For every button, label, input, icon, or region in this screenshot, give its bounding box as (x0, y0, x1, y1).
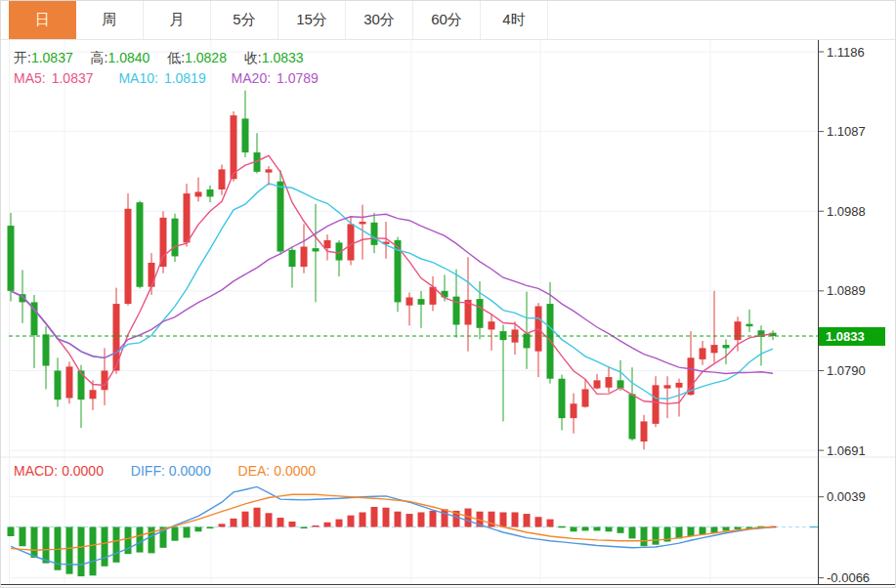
high-label: 高: (91, 50, 108, 65)
ma5-value: 1.0837 (52, 70, 94, 86)
macd-label: MACD: (14, 463, 58, 479)
tab-30min[interactable]: 30分 (346, 1, 413, 39)
current-price-tag: 1.0833 (819, 327, 885, 346)
macd-legend: MACD:0.0000 DIFF:0.0000 DEA:0.0000 (14, 463, 320, 479)
candlestick-and-macd-chart[interactable]: 1.11861.10871.09881.08891.07901.06910.00… (1, 40, 896, 588)
ma10-label: MA10: (118, 70, 157, 86)
macd-axis-tick: -0.0066 (827, 570, 870, 585)
macd-axis-tick: 0.0039 (827, 489, 866, 504)
price-axis-tick: 1.0889 (827, 283, 866, 298)
price-axis-tick: 1.0988 (827, 204, 866, 219)
ma20-label: MA20: (232, 70, 271, 86)
low-value: 1.0828 (185, 50, 227, 65)
trading-chart-app: 日周月5分15分30分60分4时 1.11861.10871.09881.088… (0, 0, 896, 588)
chart-area[interactable]: 1.11861.10871.09881.08891.07901.06910.00… (1, 40, 896, 588)
high-value: 1.0840 (108, 50, 150, 65)
price-axis-tick: 1.1087 (827, 124, 866, 139)
ohlc-readout: 开:1.0837 高:1.0840 低:1.0828 收:1.0833 (14, 50, 318, 67)
macd-histogram (8, 507, 777, 576)
tab-5min[interactable]: 5分 (211, 1, 278, 39)
macd-value: 0.0000 (62, 463, 104, 479)
tab-month[interactable]: 月 (144, 1, 211, 39)
open-value: 1.0837 (31, 50, 73, 65)
candlesticks (8, 91, 777, 450)
price-axis-tick: 1.0691 (827, 443, 866, 458)
ma20-value: 1.0789 (277, 70, 319, 86)
dea-value: 0.0000 (274, 463, 316, 479)
dea-label: DEA: (238, 463, 271, 479)
tab-60min[interactable]: 60分 (413, 1, 481, 39)
ma5-label: MA5: (14, 70, 46, 86)
ma-legend: MA5:1.0837 MA10:1.0819 MA20:1.0789 (14, 70, 324, 86)
tab-day[interactable]: 日 (9, 1, 76, 39)
diff-label: DIFF: (131, 463, 165, 479)
price-axis-tick: 1.0790 (827, 363, 866, 378)
close-label: 收: (244, 50, 262, 65)
plot-data (8, 91, 819, 576)
gridlines (1, 40, 896, 585)
diff-value: 0.0000 (169, 463, 211, 479)
ma10-value: 1.0819 (164, 70, 206, 86)
low-label: 低: (167, 50, 185, 65)
tab-week[interactable]: 周 (76, 1, 144, 39)
tab-15min[interactable]: 15分 (278, 1, 346, 39)
tab-4hour[interactable]: 4时 (481, 1, 548, 39)
close-value: 1.0833 (262, 50, 304, 65)
open-label: 开: (14, 50, 31, 65)
price-axis-tick: 1.1186 (827, 45, 865, 60)
axes: 1.11861.10871.09881.08891.07901.06910.00… (1, 40, 896, 585)
timeframe-tabbar: 日周月5分15分30分60分4时 (1, 1, 895, 40)
